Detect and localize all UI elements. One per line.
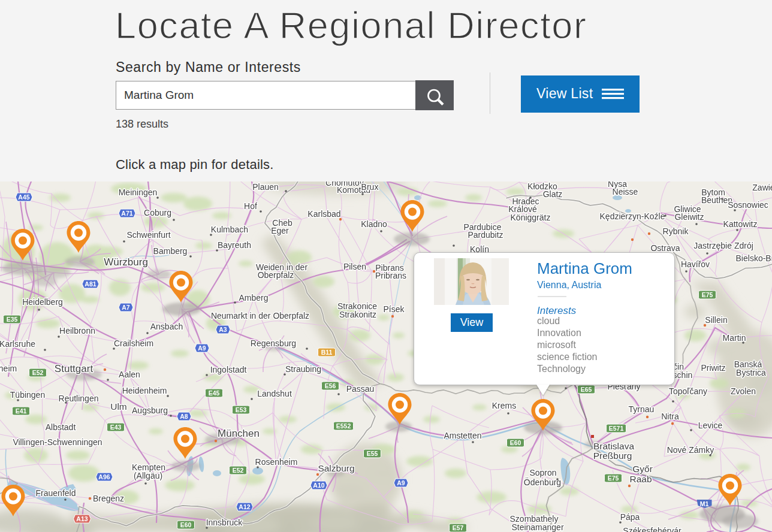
svg-text:Regensburg: Regensburg [251, 338, 296, 348]
svg-text:A96: A96 [98, 473, 110, 480]
svg-text:Bregenz: Bregenz [93, 494, 124, 503]
svg-text:E55: E55 [367, 450, 378, 457]
svg-text:Preßburg: Preßburg [593, 451, 632, 461]
svg-text:Salzburg: Salzburg [318, 463, 354, 473]
svg-text:E571: E571 [609, 425, 624, 432]
svg-text:Martin: Martin [723, 333, 746, 343]
svg-text:Sopron: Sopron [529, 468, 556, 477]
svg-text:Tyrnau: Tyrnau [629, 404, 655, 414]
svg-text:Stuttgart: Stuttgart [55, 363, 94, 374]
svg-text:Bamberg: Bamberg [153, 246, 188, 256]
svg-text:Pribrans: Pribrans [375, 271, 406, 280]
svg-text:Priwitz: Priwitz [701, 363, 725, 373]
svg-text:Pilsen: Pilsen [343, 262, 366, 271]
svg-text:E52: E52 [233, 467, 244, 474]
svg-text:Pápa: Pápa [620, 512, 640, 522]
svg-text:Písek: Písek [383, 304, 405, 314]
svg-text:Villingen-Schwenningen: Villingen-Schwenningen [13, 437, 102, 447]
svg-text:Passau: Passau [346, 384, 375, 394]
svg-text:Amstetten: Amstetten [444, 431, 481, 440]
svg-text:E41: E41 [16, 407, 27, 415]
svg-text:Sillein: Sillein [705, 315, 727, 325]
svg-text:Reutlingen: Reutlingen [59, 394, 99, 403]
svg-text:Nitra: Nitra [661, 412, 679, 421]
svg-text:Plauen: Plauen [252, 182, 279, 192]
svg-text:E65: E65 [581, 386, 592, 393]
svg-text:A12: A12 [239, 503, 250, 510]
svg-text:A81: A81 [85, 280, 96, 288]
svg-text:Brux: Brux [361, 182, 379, 192]
svg-text:heim: heim [0, 364, 17, 373]
svg-text:Straubing: Straubing [285, 364, 321, 374]
svg-text:Kladno: Kladno [361, 219, 387, 229]
svg-text:Eger: Eger [271, 226, 289, 235]
svg-text:Tübingen: Tübingen [10, 390, 45, 400]
svg-text:A13: A13 [76, 515, 88, 522]
svg-text:E35: E35 [7, 316, 18, 323]
svg-text:Zawie: Zawie [752, 183, 772, 192]
svg-text:A71: A71 [121, 210, 132, 217]
svg-text:A9: A9 [397, 479, 405, 486]
svg-text:Havířov: Havířov [681, 259, 710, 269]
svg-text:Jastrzębie Zdrój: Jastrzębie Zdrój [693, 241, 753, 250]
svg-text:E45: E45 [209, 389, 220, 397]
svg-text:Hof: Hof [244, 201, 257, 211]
svg-text:Levice: Levice [698, 421, 723, 430]
svg-text:Steinamanger: Steinamanger [511, 522, 564, 532]
svg-text:Heidelberg: Heidelberg [22, 297, 63, 307]
svg-text:Nové Zámky: Nové Zámky [667, 445, 714, 455]
svg-text:Zvolen: Zvolen [731, 386, 756, 396]
svg-text:Neisse: Neisse [613, 187, 638, 197]
svg-text:Ingolstadt: Ingolstadt [210, 365, 247, 374]
svg-text:Bystrica: Bystrica [736, 368, 766, 377]
svg-text:E52: E52 [32, 369, 44, 376]
svg-text:Meiningen: Meiningen [119, 188, 158, 197]
svg-text:Ansbach: Ansbach [150, 322, 183, 331]
svg-text:B11: B11 [321, 349, 333, 356]
svg-text:München: München [218, 428, 260, 439]
svg-text:E60: E60 [510, 439, 521, 446]
svg-text:A10: A10 [313, 482, 324, 489]
svg-text:Karlsbad: Karlsbad [307, 209, 340, 219]
svg-text:M1: M1 [700, 500, 709, 507]
svg-text:Krems: Krems [492, 401, 516, 410]
svg-text:A9: A9 [198, 344, 206, 352]
svg-text:Bielsko-Biała: Bielsko-Biała [736, 253, 772, 263]
svg-text:Landshut: Landshut [257, 389, 292, 398]
svg-text:Székesfehérvár: Székesfehérvár [623, 526, 681, 532]
svg-text:Schweinfurt: Schweinfurt [126, 230, 170, 240]
svg-text:Pardubitz: Pardubitz [468, 230, 503, 240]
svg-text:Glatz: Glatz [543, 189, 563, 199]
svg-text:Kulmbach: Kulmbach [211, 225, 248, 234]
svg-text:Raab: Raab [629, 474, 652, 484]
svg-text:(Allgäu): (Allgäu) [134, 471, 162, 480]
svg-text:Neumarkt in der Oberpfalz: Neumarkt in der Oberpfalz [211, 311, 309, 321]
svg-text:Bratislava: Bratislava [593, 441, 634, 451]
svg-text:Ulm: Ulm [110, 401, 127, 412]
svg-text:A3: A3 [219, 326, 227, 333]
svg-text:Strakonitz: Strakonitz [339, 310, 376, 319]
svg-text:Bayreuth: Bayreuth [218, 240, 251, 250]
svg-text:E75: E75 [608, 474, 619, 482]
svg-text:E56: E56 [325, 382, 336, 389]
svg-text:Coburg: Coburg [144, 208, 171, 217]
svg-text:Königgrätz: Königgrätz [511, 213, 551, 222]
svg-text:E43: E43 [110, 424, 122, 431]
svg-text:Würzburg: Würzburg [104, 256, 148, 268]
svg-text:E57: E57 [453, 524, 464, 531]
svg-text:Amberg: Amberg [239, 293, 268, 303]
svg-text:Aalen: Aalen [119, 370, 140, 379]
svg-text:Kattowitz: Kattowitz [723, 219, 758, 229]
svg-text:E53: E53 [236, 406, 247, 413]
svg-text:Gleiwitz: Gleiwitz [674, 212, 704, 222]
svg-text:Oberpfalz: Oberpfalz [258, 270, 294, 280]
svg-text:Ödenburg: Ödenburg [524, 477, 561, 487]
svg-text:Frauenfeld: Frauenfeld [36, 488, 76, 498]
svg-text:Rosenheim: Rosenheim [255, 457, 298, 467]
svg-text:A7: A7 [122, 304, 130, 311]
svg-text:Rybnik: Rybnik [663, 226, 689, 236]
svg-text:Augsburg: Augsburg [132, 406, 168, 415]
svg-text:Heidenheim: Heidenheim [122, 386, 167, 395]
svg-text:Győr: Győr [632, 464, 653, 474]
svg-text:Ostrava: Ostrava [650, 243, 680, 253]
